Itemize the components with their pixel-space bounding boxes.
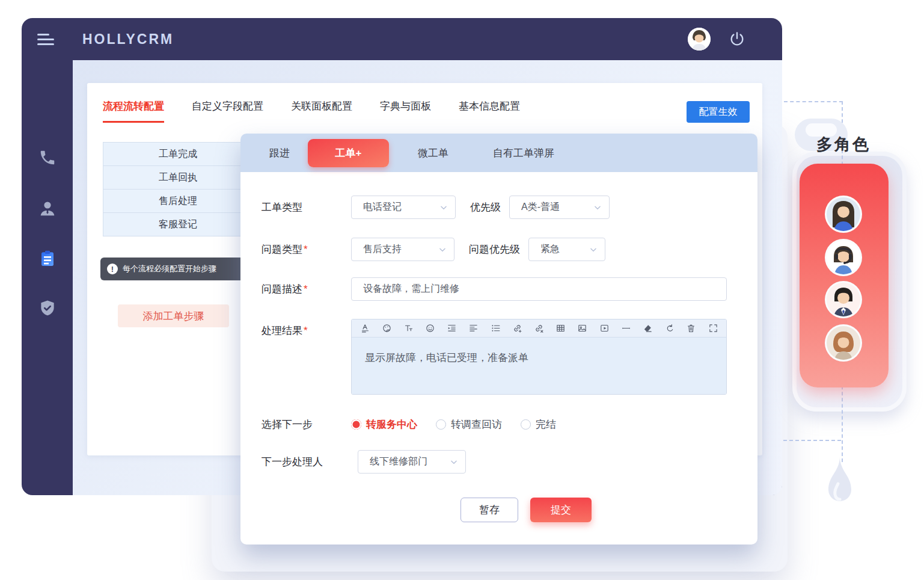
table-icon[interactable] bbox=[555, 322, 567, 335]
config-tab-bar: 流程流转配置 自定义字段配置 关联面板配置 字典与面板 基本信息配置 bbox=[103, 99, 520, 123]
brand-logo: HOLLYCRM bbox=[82, 31, 174, 48]
exclamation-icon: ! bbox=[107, 264, 118, 274]
modal-tab-follow-up[interactable]: 跟进 bbox=[269, 146, 290, 160]
dashed-line-bottom bbox=[783, 440, 841, 441]
list-item-aftersales[interactable]: 售后处理 bbox=[103, 190, 252, 213]
avatar-agent-female bbox=[825, 196, 862, 233]
list-item-service-register[interactable]: 客服登记 bbox=[103, 213, 252, 236]
chevron-down-icon bbox=[450, 458, 458, 466]
workorder-modal: 跟进 工单+ 微工单 自有工单弹屏 工单类型 电话登记 优先级 A类-普通 bbox=[240, 134, 757, 545]
image-icon[interactable] bbox=[577, 322, 589, 335]
issue-priority-select[interactable]: 紧急 bbox=[528, 238, 605, 261]
form-row-next-step: 选择下一步 转服务中心 转调查回访 完结 bbox=[262, 413, 727, 435]
eraser-icon[interactable] bbox=[641, 322, 653, 335]
tab-dictionary-panel[interactable]: 字典与面板 bbox=[380, 99, 431, 121]
screen: HOLLYCRM bbox=[0, 0, 924, 580]
modal-tab-bar: 跟进 工单+ 微工单 自有工单弹屏 bbox=[240, 134, 757, 172]
emoji-icon[interactable] bbox=[424, 322, 436, 335]
workflow-step-list: 工单完成 工单回执 售后处理 客服登记 bbox=[103, 142, 252, 236]
issue-priority-label: 问题优先级 bbox=[469, 242, 520, 256]
user-avatar[interactable] bbox=[688, 28, 711, 51]
rich-text-editor: 显示屏故障，电话已受理，准备派单 bbox=[351, 319, 727, 395]
phone-icon[interactable] bbox=[22, 141, 73, 174]
modal-tab-workorder-active[interactable]: 工单+ bbox=[308, 139, 389, 167]
form-row-next-handler: 下一步处理人 线下维修部门 bbox=[262, 450, 727, 474]
divider-icon[interactable] bbox=[620, 322, 632, 335]
menu-icon[interactable] bbox=[37, 34, 55, 46]
radio-finish[interactable]: 完结 bbox=[521, 418, 556, 431]
form-row-issue-desc: 问题描述* 设备故障，需上门维修 bbox=[262, 277, 727, 301]
security-shield-icon[interactable] bbox=[22, 291, 73, 325]
align-icon[interactable] bbox=[468, 322, 480, 335]
radio-unchecked-icon bbox=[436, 419, 446, 430]
result-textarea[interactable]: 显示屏故障，电话已受理，准备派单 bbox=[352, 338, 726, 394]
tab-related-panel-config[interactable]: 关联面板配置 bbox=[291, 99, 352, 121]
next-handler-select[interactable]: 线下维修部门 bbox=[358, 450, 466, 474]
work-order-type-label: 工单类型 bbox=[262, 200, 351, 214]
issue-type-select[interactable]: 售后支持 bbox=[351, 238, 454, 261]
font-icon[interactable] bbox=[402, 322, 414, 335]
indent-icon[interactable] bbox=[446, 322, 458, 335]
list-icon[interactable] bbox=[489, 322, 501, 335]
next-handler-label: 下一步处理人 bbox=[262, 455, 351, 469]
form-row-result: 处理结果* 显示屏故障，电话已受理，准备派单 bbox=[262, 319, 727, 395]
submit-button[interactable]: 提交 bbox=[530, 498, 592, 522]
sidebar bbox=[22, 60, 73, 495]
workflow-tooltip: ! 每个流程必须配置开始步骤 bbox=[100, 258, 258, 280]
tab-custom-field-config[interactable]: 自定义字段配置 bbox=[192, 99, 263, 121]
apply-config-button[interactable]: 配置生效 bbox=[687, 101, 750, 123]
workorder-clipboard-icon[interactable] bbox=[22, 242, 73, 276]
list-item-order-complete[interactable]: 工单完成 bbox=[103, 143, 252, 166]
avatar-agent-female-2 bbox=[825, 324, 862, 362]
tab-process-flow-config[interactable]: 流程流转配置 bbox=[103, 99, 164, 123]
editor-toolbar bbox=[352, 319, 726, 338]
chevron-down-icon bbox=[589, 245, 598, 254]
modal-tab-micro-workorder[interactable]: 微工单 bbox=[418, 146, 448, 160]
avatar-agent-male bbox=[825, 281, 862, 318]
drop-decoration bbox=[826, 456, 854, 509]
avatar-agent-headset bbox=[825, 239, 862, 276]
form-row-issue-type: 问题类型* 售后支持 问题优先级 紧急 bbox=[262, 238, 727, 261]
modal-tab-own-popup[interactable]: 自有工单弹屏 bbox=[493, 146, 554, 160]
radio-unchecked-icon bbox=[521, 419, 531, 430]
video-icon[interactable] bbox=[598, 322, 610, 335]
issue-type-label: 问题类型* bbox=[262, 242, 351, 256]
undo-icon[interactable] bbox=[664, 322, 676, 335]
link-add-icon[interactable] bbox=[511, 322, 523, 335]
priority-label: 优先级 bbox=[470, 200, 501, 214]
issue-desc-label: 问题描述* bbox=[262, 282, 351, 296]
multi-role-label: 多角色 bbox=[816, 134, 870, 155]
save-draft-button[interactable]: 暂存 bbox=[460, 498, 518, 522]
list-item-order-receipt[interactable]: 工单回执 bbox=[103, 166, 252, 190]
chevron-down-icon bbox=[439, 203, 448, 212]
radio-transfer-survey-callback[interactable]: 转调查回访 bbox=[436, 418, 502, 431]
form-row-type: 工单类型 电话登记 优先级 A类-普通 bbox=[262, 196, 727, 219]
next-step-radio-group: 转服务中心 转调查回访 完结 bbox=[351, 418, 556, 431]
tooltip-text: 每个流程必须配置开始步骤 bbox=[123, 264, 216, 274]
topbar: HOLLYCRM bbox=[22, 18, 782, 60]
contact-icon[interactable] bbox=[22, 192, 73, 226]
dashed-line-top bbox=[784, 101, 843, 102]
trash-icon[interactable] bbox=[685, 322, 697, 335]
text-style-icon[interactable] bbox=[359, 322, 371, 335]
add-workorder-step-button[interactable]: 添加工单步骤 bbox=[118, 304, 229, 327]
priority-select[interactable]: A类-普通 bbox=[509, 196, 610, 219]
tab-basic-info-config[interactable]: 基本信息配置 bbox=[459, 99, 520, 121]
palette-icon[interactable] bbox=[381, 322, 393, 335]
chevron-down-icon bbox=[593, 203, 602, 212]
link-remove-icon[interactable] bbox=[533, 322, 545, 335]
radio-checked-icon bbox=[351, 419, 361, 430]
work-order-type-select[interactable]: 电话登记 bbox=[351, 196, 456, 219]
result-label: 处理结果* bbox=[262, 324, 351, 338]
chevron-down-icon bbox=[438, 245, 447, 254]
power-icon[interactable] bbox=[729, 31, 745, 48]
fullscreen-icon[interactable] bbox=[707, 322, 719, 335]
issue-desc-input[interactable]: 设备故障，需上门维修 bbox=[351, 277, 727, 301]
next-step-label: 选择下一步 bbox=[262, 418, 351, 431]
radio-transfer-service-center[interactable]: 转服务中心 bbox=[351, 418, 417, 431]
